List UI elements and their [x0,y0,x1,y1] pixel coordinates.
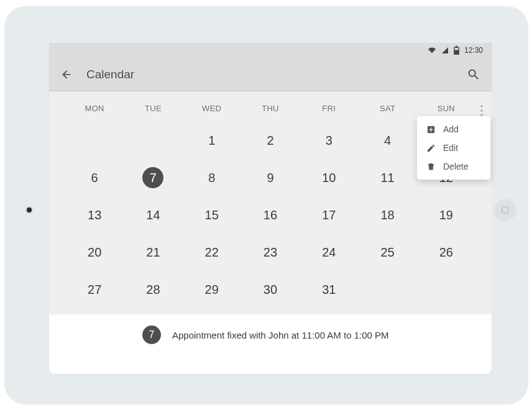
battery-icon [454,46,459,55]
calendar-day[interactable]: 13 [65,196,124,234]
back-arrow-icon[interactable] [60,68,73,81]
calendar-day[interactable]: 27 [65,271,124,308]
calendar-empty-cell [124,122,182,159]
app-screen: 12:30 Calendar Add [49,43,492,374]
calendar-day[interactable]: 6 [65,159,124,196]
calendar-day-number: 13 [84,204,105,226]
calendar-day-number: 27 [84,279,105,300]
calendar-day-number: 9 [260,167,281,188]
calendar-day[interactable]: 4 [358,122,416,159]
cellular-signal-icon [441,47,449,54]
pencil-icon [426,143,436,153]
menu-item-label: Edit [443,143,458,153]
add-box-icon [426,124,436,134]
day-header: SUN [417,104,475,113]
calendar-day-number: 18 [377,204,398,226]
calendar-day[interactable]: 1 [183,122,241,159]
calendar-day[interactable]: 3 [300,122,358,159]
day-header: SAT [358,104,416,113]
calendar-area: Add Edit Delete MON TUE WE [49,91,492,314]
calendar-day-number: 22 [201,242,222,263]
tablet-frame: 12:30 Calendar Add [4,6,528,404]
context-menu: Add Edit Delete [417,116,490,180]
day-header: TUE [124,104,182,113]
calendar-day[interactable]: 7 [124,159,182,196]
trash-icon [426,162,436,171]
calendar-day-number: 16 [260,204,281,226]
calendar-day[interactable]: 21 [124,234,182,271]
calendar-day[interactable]: 26 [417,234,475,271]
search-icon[interactable] [467,68,480,81]
event-text: Appointment fixed with John at 11:00 AM … [172,330,389,340]
menu-item-label: Delete [443,162,468,171]
calendar-day[interactable]: 11 [358,159,416,196]
calendar-day[interactable]: 18 [358,196,416,234]
day-header: FRI [300,104,358,113]
calendar-day-number: 19 [436,204,457,226]
calendar-day[interactable]: 17 [300,196,358,234]
calendar-day-number: 25 [377,242,398,263]
calendar-day[interactable]: 22 [183,234,241,271]
calendar-day[interactable]: 14 [124,196,182,234]
calendar-day-number: 11 [377,167,398,188]
calendar-day-number: 23 [260,242,281,263]
calendar-day-number: 14 [142,204,163,226]
calendar-day[interactable]: 28 [124,271,182,308]
calendar-day-number: 10 [318,167,339,188]
calendar-day[interactable]: 30 [241,271,300,308]
menu-item-label: Add [443,124,459,134]
calendar-day[interactable]: 16 [241,196,300,234]
page-title: Calendar [86,68,467,81]
calendar-day-number: 31 [318,279,339,300]
calendar-day-number: 28 [142,279,163,300]
calendar-day[interactable]: 23 [241,234,300,271]
calendar-day-number: 6 [84,167,105,188]
menu-item-add[interactable]: Add [417,120,490,139]
event-bar: 7 Appointment fixed with John at 11:00 A… [49,314,492,355]
menu-item-edit[interactable]: Edit [417,139,490,157]
calendar-empty-cell [417,271,475,308]
calendar-day-number: 1 [201,130,222,151]
svg-rect-0 [454,48,458,50]
calendar-day-number: 26 [436,242,457,263]
tablet-camera [27,207,32,212]
calendar-day-number: 17 [318,204,339,226]
calendar-day[interactable]: 31 [300,271,358,308]
calendar-empty-cell [358,271,416,308]
calendar-day[interactable]: 24 [300,234,358,271]
tablet-home-button[interactable] [494,199,516,221]
calendar-day-number: 29 [201,279,222,300]
calendar-day-number: 20 [84,242,105,263]
calendar-day[interactable]: 15 [183,196,241,234]
wifi-icon [428,47,436,54]
calendar-day-number: 3 [318,130,339,151]
calendar-empty-cell [65,122,124,159]
calendar-day[interactable]: 8 [183,159,241,196]
calendar-day-number: 30 [260,279,281,300]
calendar-day[interactable]: 20 [65,234,124,271]
calendar-day[interactable]: 25 [358,234,416,271]
calendar-day-number: 7 [142,167,163,188]
day-header: WED [183,104,241,113]
calendar-day-number: 21 [142,242,163,263]
day-header: THU [241,104,300,113]
calendar-day-number: 8 [201,167,222,188]
event-day-badge: 7 [142,326,161,344]
calendar-day[interactable]: 29 [183,271,241,308]
status-bar: 12:30 [49,43,492,58]
calendar-day-number: 15 [201,204,222,226]
calendar-day-number: 4 [377,130,398,151]
calendar-day[interactable]: 2 [241,122,300,159]
calendar-day[interactable]: 19 [417,196,475,234]
status-time: 12:30 [464,46,483,55]
calendar-day-number: 2 [260,130,281,151]
calendar-day[interactable]: 10 [300,159,358,196]
menu-item-delete[interactable]: Delete [417,157,490,176]
calendar-day-number: 24 [318,242,339,263]
app-bar: Calendar [49,58,492,91]
day-header: MON [65,104,124,113]
calendar-day[interactable]: 9 [241,159,300,196]
